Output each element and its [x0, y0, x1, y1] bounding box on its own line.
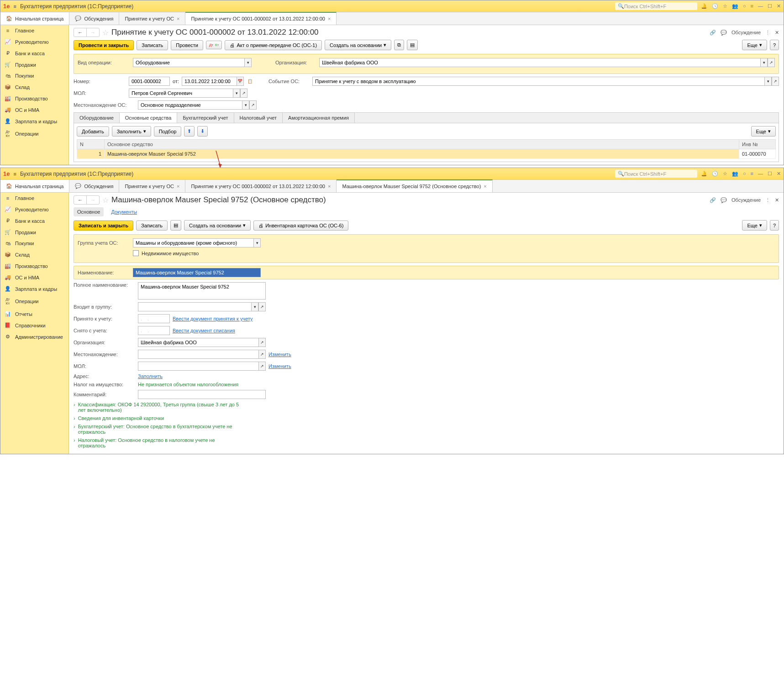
favorite-icon[interactable]: ☆: [102, 28, 109, 37]
dropdown-icon[interactable]: ▾: [251, 302, 258, 311]
org-input[interactable]: [138, 338, 258, 347]
sidebar-item-bank[interactable]: ₽Банк и касса: [0, 215, 68, 226]
name-input[interactable]: [133, 268, 261, 277]
calendar-icon[interactable]: 📅: [237, 77, 244, 86]
more-button[interactable]: Еще ▾: [742, 40, 767, 50]
tax-value[interactable]: Не признается объектом налогообложения: [138, 382, 238, 387]
back-button[interactable]: ←: [74, 28, 87, 37]
dropdown-icon[interactable]: ▾: [244, 58, 252, 67]
circle-icon[interactable]: ○: [743, 171, 746, 177]
sidebar-item-payroll[interactable]: 👤Зарплата и кадры: [0, 116, 68, 127]
tab-discussions[interactable]: 💬 Обсуждения: [69, 12, 119, 25]
subtab-assets[interactable]: Основные средства: [120, 113, 178, 123]
chevron-right-icon[interactable]: ›: [74, 424, 75, 429]
home-tab[interactable]: 🏠 Начальная страница: [0, 180, 69, 192]
group-input[interactable]: [133, 238, 253, 247]
circle-icon[interactable]: ○: [743, 3, 746, 9]
forward-button[interactable]: →: [87, 28, 99, 37]
tab-doc-list[interactable]: Принятие к учету ОС ×: [119, 180, 185, 192]
star-icon[interactable]: ☆: [723, 171, 727, 177]
help-button[interactable]: ?: [770, 40, 779, 50]
bell-icon[interactable]: 🔔: [701, 171, 707, 177]
tab-doc[interactable]: Принятие к учету ОС 0001-000002 от 13.01…: [185, 180, 337, 192]
move-down-button[interactable]: ⬇: [197, 126, 208, 137]
expand-classification[interactable]: Классификация: ОКОФ 14 2920000, Третья г…: [78, 402, 242, 413]
section-main[interactable]: Основное: [74, 207, 104, 216]
open-icon[interactable]: ↗: [249, 100, 257, 110]
org-input[interactable]: [319, 58, 760, 67]
sidebar-item-operations[interactable]: ДтКтОперации: [0, 294, 68, 308]
sidebar-item-sales[interactable]: 🛒Продажи: [0, 226, 68, 238]
minimize-icon[interactable]: —: [758, 3, 763, 9]
fullname-input[interactable]: [138, 282, 266, 300]
discuss-label[interactable]: Обсуждение: [731, 30, 761, 35]
open-icon[interactable]: ↗: [258, 362, 266, 371]
col-inv[interactable]: Инв №: [739, 140, 776, 149]
sidebar-item-reference[interactable]: 📕Справочники: [0, 320, 68, 331]
sidebar-item-admin[interactable]: ⚙Администрирование: [0, 331, 68, 342]
accepted-link[interactable]: Ввести документ принятия к учету: [173, 316, 253, 321]
close-icon[interactable]: ×: [328, 184, 331, 189]
accepted-date[interactable]: [138, 314, 170, 323]
post-close-button[interactable]: Провести и закрыть: [74, 40, 134, 50]
sidebar-item-main[interactable]: ≡Главное: [0, 25, 68, 36]
discuss-icon[interactable]: 💬: [721, 30, 727, 36]
tab-asset-card[interactable]: Машина-оверлок Mauser Special 9752 (Осно…: [337, 179, 492, 192]
comment-input[interactable]: [138, 390, 266, 399]
sidebar-item-warehouse[interactable]: 📦Склад: [0, 81, 68, 93]
favorite-icon[interactable]: ☆: [102, 196, 109, 205]
close-icon[interactable]: ×: [177, 184, 179, 189]
event-input[interactable]: [312, 77, 764, 86]
mol-input[interactable]: [138, 362, 258, 371]
dropdown-icon[interactable]: ▾: [233, 89, 240, 98]
settings-icon[interactable]: ≡: [751, 3, 753, 9]
close-icon[interactable]: ✕: [777, 3, 781, 9]
change-loc-link[interactable]: Изменить: [268, 352, 291, 357]
mol-input[interactable]: [129, 89, 233, 98]
clipboard-icon[interactable]: 📋: [247, 79, 254, 84]
dropdown-icon[interactable]: ▾: [764, 77, 772, 86]
sidebar-item-warehouse[interactable]: 📦Склад: [0, 249, 68, 260]
subtab-amort[interactable]: Амортизационная премия: [283, 113, 355, 123]
save-close-button[interactable]: Записать и закрыть: [74, 221, 133, 231]
fill-addr-link[interactable]: Заполнить: [138, 373, 163, 379]
close-icon[interactable]: ×: [484, 184, 486, 189]
open-icon[interactable]: ↗: [258, 302, 266, 311]
op-type-input[interactable]: [133, 58, 244, 67]
in-group-input[interactable]: [138, 302, 251, 311]
sidebar-item-assets[interactable]: 🚚ОС и НМА: [0, 104, 68, 116]
subtab-accounting[interactable]: Бухгалтерский учет: [177, 113, 234, 123]
table-row[interactable]: 1 Машина-оверлок Mauser Special 9752 01-…: [77, 149, 776, 159]
more-button[interactable]: Еще ▾: [742, 220, 767, 231]
more-icon[interactable]: ⋮: [765, 30, 770, 36]
minimize-icon[interactable]: —: [758, 171, 763, 177]
post-button[interactable]: Провести: [171, 40, 203, 50]
save-button[interactable]: Записать: [136, 221, 168, 231]
maximize-icon[interactable]: ☐: [768, 3, 772, 9]
section-docs[interactable]: Документы: [110, 207, 138, 216]
open-icon[interactable]: ↗: [768, 58, 775, 67]
link-icon[interactable]: 🔗: [710, 197, 716, 203]
list-button[interactable]: ▤: [407, 40, 418, 50]
chevron-right-icon[interactable]: ›: [74, 437, 75, 443]
move-up-button[interactable]: ⬆: [184, 126, 195, 137]
settings-icon[interactable]: ≡: [751, 171, 753, 177]
close-icon[interactable]: ✕: [775, 197, 779, 203]
create-based-button[interactable]: Создать на основании ▾: [184, 220, 251, 231]
user-icon[interactable]: 👥: [732, 3, 738, 9]
close-icon[interactable]: ×: [177, 16, 179, 21]
sidebar-item-reports[interactable]: 📊Отчеты: [0, 308, 68, 320]
search-input[interactable]: 🔍 Поиск Ctrl+Shift+F: [615, 2, 697, 10]
menu-icon[interactable]: ≡: [13, 171, 16, 177]
removed-date[interactable]: [138, 326, 170, 335]
open-icon[interactable]: ↗: [258, 338, 266, 347]
open-icon[interactable]: ↗: [772, 77, 779, 86]
close-icon[interactable]: ✕: [777, 171, 781, 177]
card-button[interactable]: 🖨Инвентарная карточка ОС (ОС-6): [253, 221, 348, 231]
chevron-right-icon[interactable]: ›: [74, 402, 75, 407]
pick-button[interactable]: Подбор: [154, 126, 182, 137]
sidebar-item-main[interactable]: ≡Главное: [0, 193, 68, 204]
link-icon[interactable]: 🔗: [710, 30, 716, 36]
expand-tax[interactable]: Налоговый учет: Основное средство в нало…: [78, 437, 242, 448]
maximize-icon[interactable]: ☐: [768, 171, 772, 177]
